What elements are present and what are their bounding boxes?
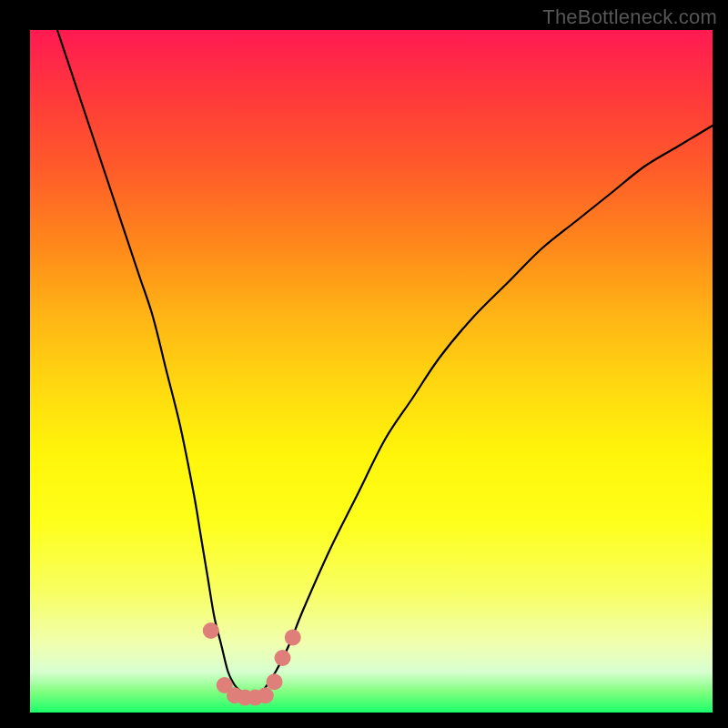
data-markers — [203, 622, 301, 706]
chart-frame: TheBottleneck.com — [0, 0, 728, 728]
data-point — [267, 673, 283, 690]
watermark-text: TheBottleneck.com — [542, 5, 717, 29]
data-point — [275, 650, 291, 666]
data-point — [258, 687, 274, 703]
bottleneck-curve — [57, 30, 713, 700]
plot-area — [30, 30, 713, 713]
data-point — [203, 622, 219, 639]
chart-svg — [30, 30, 713, 713]
data-point — [285, 630, 301, 646]
